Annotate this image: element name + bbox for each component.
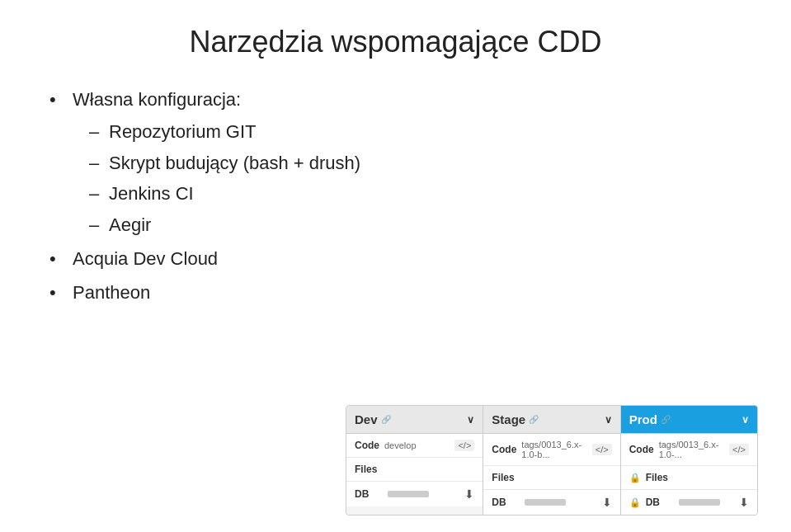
prod-code-left: Code tags/0013_6.x-1.0-... — [629, 440, 729, 459]
stage-files-row: Files — [483, 466, 619, 490]
prod-header-left: Prod 🔗 — [629, 412, 671, 426]
stage-header-left: Stage 🔗 — [492, 412, 539, 426]
stage-code-label: Code — [492, 444, 516, 455]
main-bullet-list: Własna konfiguracja: Repozytorium GIT Sk… — [49, 84, 725, 308]
dev-db-left: DB — [355, 488, 429, 500]
env-header-stage: Stage 🔗 ∨ — [483, 406, 619, 434]
env-col-stage: Stage 🔗 ∨ Code tags/0013_6.x-1.0-b... </… — [483, 406, 620, 515]
stage-link-icon: 🔗 — [529, 415, 539, 424]
stage-download-icon[interactable]: ⬇ — [602, 496, 612, 509]
stage-db-bar — [525, 499, 566, 506]
stage-db-left: DB — [492, 497, 566, 508]
dev-label: Dev — [355, 412, 378, 426]
prod-code-label: Code — [629, 444, 654, 455]
pantheon-panel: Dev 🔗 ∨ Code develop </> Files — [346, 405, 758, 516]
dev-header-left: Dev 🔗 — [355, 412, 391, 426]
prod-files-lock-icon: 🔒 — [629, 473, 641, 483]
stage-code-icon[interactable]: </> — [592, 444, 612, 455]
list-item-pantheon: Pantheon — [49, 277, 725, 308]
prod-code-icon[interactable]: </> — [729, 444, 749, 455]
env-col-prod: Prod 🔗 ∨ Code tags/0013_6.x-1.0-... </> … — [621, 406, 757, 515]
stage-db-row: DB ⬇ — [483, 490, 619, 515]
prod-label: Prod — [629, 412, 657, 426]
env-header-prod: Prod 🔗 ∨ — [621, 406, 757, 434]
stage-code-value: tags/0013_6.x-1.0-b... — [521, 440, 591, 459]
prod-code-value: tags/0013_6.x-1.0-... — [659, 440, 729, 459]
prod-code-row: Code tags/0013_6.x-1.0-... </> — [621, 434, 757, 466]
dev-db-label: DB — [355, 488, 379, 500]
prod-files-row: 🔒 Files — [621, 466, 757, 490]
list-item-acquia: Acquia Dev Cloud — [49, 243, 725, 274]
prod-db-left: 🔒 DB — [629, 497, 720, 508]
stage-files-label: Files — [492, 472, 516, 483]
prod-files-label: Files — [646, 472, 671, 483]
dev-code-icon[interactable]: </> — [454, 440, 474, 451]
prod-download-icon[interactable]: ⬇ — [739, 496, 749, 509]
stage-code-row: Code tags/0013_6.x-1.0-b... </> — [483, 434, 619, 466]
dev-code-row: Code develop </> — [346, 434, 483, 458]
prod-files-left: 🔒 Files — [629, 472, 671, 483]
stage-label: Stage — [492, 412, 525, 426]
stage-chevron-icon[interactable]: ∨ — [605, 414, 612, 426]
dev-files-row: Files — [346, 458, 483, 482]
sub-item-jenkins: Jenkins CI — [89, 178, 725, 209]
dev-db-bar — [388, 491, 429, 497]
prod-db-bar — [679, 499, 720, 506]
env-col-dev: Dev 🔗 ∨ Code develop </> Files — [346, 406, 483, 515]
stage-db-label: DB — [492, 497, 516, 508]
dev-link-icon: 🔗 — [381, 415, 391, 424]
dev-code-label: Code — [355, 440, 379, 451]
env-header-dev: Dev 🔗 ∨ — [346, 406, 483, 434]
dev-chevron-icon[interactable]: ∨ — [467, 414, 474, 426]
slide-title: Narzędzia wspomagające CDD — [49, 25, 742, 59]
pantheon-label: Pantheon — [73, 282, 150, 303]
prod-link-icon: 🔗 — [661, 415, 671, 424]
text-section: Własna konfiguracja: Repozytorium GIT Sk… — [49, 84, 742, 312]
dev-download-icon[interactable]: ⬇ — [464, 487, 474, 501]
prod-db-row: 🔒 DB ⬇ — [621, 490, 757, 515]
config-label: Własna konfiguracja: — [73, 89, 241, 110]
sub-item-script: Skrypt budujący (bash + drush) — [89, 148, 725, 178]
prod-chevron-icon[interactable]: ∨ — [742, 414, 749, 426]
dev-code-value: develop — [384, 440, 417, 450]
prod-db-lock-icon: 🔒 — [629, 497, 641, 508]
env-columns: Dev 🔗 ∨ Code develop </> Files — [346, 406, 757, 515]
stage-code-left: Code tags/0013_6.x-1.0-b... — [492, 440, 591, 459]
dev-files-label: Files — [355, 464, 379, 475]
list-item-config: Własna konfiguracja: Repozytorium GIT Sk… — [49, 84, 725, 240]
dev-files-left: Files — [355, 464, 379, 475]
dev-code-left: Code develop — [355, 440, 417, 451]
prod-db-label: DB — [646, 497, 671, 508]
sub-item-git: Repozytorium GIT — [89, 116, 725, 147]
sub-item-aegir: Aegir — [89, 210, 725, 240]
acquia-label: Acquia Dev Cloud — [73, 248, 218, 269]
stage-files-left: Files — [492, 472, 516, 483]
slide-container: Narzędzia wspomagające CDD Własna konfig… — [0, 0, 791, 532]
config-sub-list: Repozytorium GIT Skrypt budujący (bash +… — [73, 116, 725, 240]
dev-db-row: DB ⬇ — [346, 482, 483, 506]
